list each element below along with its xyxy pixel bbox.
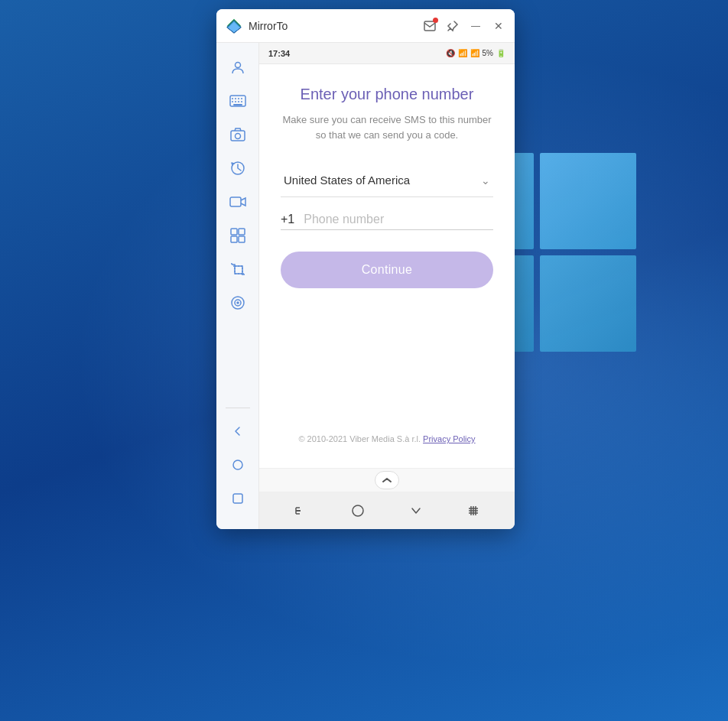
sidebar-item-crop[interactable]: [223, 254, 253, 284]
phone-prefix: +1: [281, 213, 294, 226]
battery-text: 5%: [483, 49, 493, 57]
mail-button[interactable]: [423, 19, 437, 33]
status-bar: 17:34 🔇 📶 📶 5% 🔋: [259, 43, 515, 64]
close-button[interactable]: ✕: [492, 19, 505, 33]
copyright-text: © 2010-2021 Viber Media S.à r.l.: [298, 434, 421, 443]
svg-point-31: [353, 505, 363, 516]
nav-up-button[interactable]: [375, 471, 399, 489]
pin-button[interactable]: [446, 19, 460, 33]
sidebar: [216, 43, 259, 529]
sidebar-item-target[interactable]: [223, 287, 253, 318]
minimize-button[interactable]: —: [469, 19, 483, 33]
svg-point-3: [235, 63, 240, 68]
enter-phone-subtitle: Make sure you can receive SMS to this nu…: [281, 112, 493, 142]
sidebar-divider: [226, 408, 250, 408]
nav-up-bar: [259, 468, 515, 492]
wifi-icon: 📶: [458, 49, 467, 57]
chevron-down-icon: ⌄: [481, 174, 490, 187]
svg-point-15: [235, 134, 240, 139]
svg-rect-19: [239, 229, 245, 235]
nav-home-button[interactable]: [341, 494, 375, 528]
battery-icon: 🔋: [496, 49, 505, 57]
footer-area: © 2010-2021 Viber Media S.à r.l. Privacy…: [281, 288, 493, 453]
window-body: 17:34 🔇 📶 📶 5% 🔋 Enter your phone number…: [216, 43, 515, 529]
enter-phone-title: Enter your phone number: [281, 86, 493, 103]
win-pane-bottomright: [540, 255, 636, 352]
signal-icon: 📶: [470, 49, 479, 57]
nav-grid-button[interactable]: [457, 494, 490, 528]
sidebar-item-mirror[interactable]: [223, 220, 253, 251]
sidebar-item-history[interactable]: [223, 153, 253, 183]
phone-input-row: +1: [281, 213, 493, 230]
win-pane-topright: [540, 153, 636, 249]
sidebar-item-record[interactable]: [223, 187, 253, 217]
sidebar-bottom: [223, 416, 253, 514]
privacy-policy-link[interactable]: Privacy Policy: [423, 434, 475, 443]
mirrorto-window: MirrorTo — ✕: [216, 9, 515, 529]
footer-text: © 2010-2021 Viber Media S.à r.l. Privacy…: [281, 434, 493, 443]
svg-point-25: [237, 302, 239, 304]
title-bar: MirrorTo — ✕: [216, 9, 515, 43]
svg-marker-0: [227, 20, 241, 32]
phone-content: 17:34 🔇 📶 📶 5% 🔋 Enter your phone number…: [259, 43, 515, 529]
phone-main: Enter your phone number Make sure you ca…: [259, 64, 515, 468]
app-logo: [226, 18, 242, 34]
svg-rect-22: [235, 266, 242, 274]
svg-rect-21: [239, 236, 245, 242]
sidebar-item-recents[interactable]: [223, 483, 253, 514]
svg-point-26: [233, 460, 242, 469]
sidebar-item-keyboard[interactable]: [223, 86, 253, 116]
nav-back-button[interactable]: [284, 494, 317, 528]
country-selector[interactable]: United States of America ⌄: [281, 164, 493, 197]
phone-number-input[interactable]: [304, 213, 493, 226]
continue-button[interactable]: Continue: [281, 252, 493, 288]
svg-rect-17: [230, 197, 241, 206]
sidebar-item-screenshot[interactable]: [223, 119, 253, 150]
sidebar-top: [223, 52, 253, 400]
svg-rect-27: [233, 494, 242, 503]
bottom-nav: [259, 492, 515, 529]
sidebar-item-home[interactable]: [223, 450, 253, 480]
nav-down-button[interactable]: [399, 494, 433, 528]
mute-icon: 🔇: [446, 49, 455, 57]
window-title: MirrorTo: [249, 20, 423, 32]
status-time: 17:34: [268, 49, 290, 58]
country-name: United States of America: [284, 174, 410, 187]
svg-rect-18: [231, 229, 237, 235]
sidebar-item-profile[interactable]: [223, 52, 253, 83]
mail-badge: [433, 18, 438, 23]
status-icons: 🔇 📶 📶 5% 🔋: [446, 49, 505, 57]
window-controls: — ✕: [423, 19, 505, 33]
svg-rect-20: [231, 236, 237, 242]
sidebar-item-back[interactable]: [223, 416, 253, 447]
